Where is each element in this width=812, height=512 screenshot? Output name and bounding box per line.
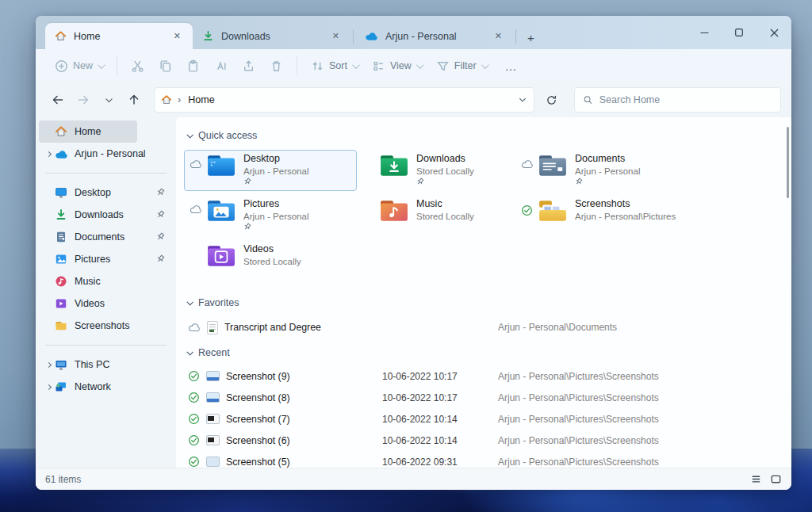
new-tab-button[interactable]: +	[518, 31, 544, 49]
search-icon	[583, 94, 593, 105]
downloads-folder-icon	[380, 155, 408, 177]
pictures-folder-icon	[207, 200, 236, 222]
minimize-button[interactable]	[687, 16, 722, 49]
screenshots-folder-icon	[55, 319, 67, 332]
pin-icon	[156, 188, 165, 197]
tab-home[interactable]: Home ✕	[45, 23, 193, 49]
command-toolbar: New	[36, 49, 791, 82]
synced-status-icon	[188, 392, 200, 403]
sidebar-item-label: Videos	[75, 298, 105, 309]
rename-button[interactable]	[207, 53, 235, 78]
recent-row-screenshot-6[interactable]: Screenshot (6) 10-06-2022 10:14 Arjun - …	[184, 430, 780, 451]
share-button[interactable]	[235, 53, 262, 78]
sidebar-item-videos[interactable]: Videos	[39, 292, 173, 315]
tile-music[interactable]: Music Stored Locally	[357, 195, 515, 236]
download-icon	[202, 30, 214, 42]
sidebar-item-documents[interactable]: Documents	[39, 226, 173, 248]
home-icon	[55, 30, 67, 42]
sidebar-item-this-pc[interactable]: This PC	[39, 353, 173, 376]
delete-button[interactable]	[262, 53, 290, 78]
documents-folder-icon	[538, 155, 567, 177]
search-input[interactable]	[599, 94, 772, 105]
cut-icon	[131, 59, 144, 73]
forward-arrow-icon	[77, 94, 90, 106]
sidebar-item-arjun-personal[interactable]: Arjun - Personal	[39, 143, 173, 165]
item-count: 61 items	[45, 474, 81, 485]
status-bar: 61 items	[36, 468, 791, 490]
breadcrumb-item-home[interactable]: Home	[188, 94, 214, 105]
section-header-recent[interactable]: Recent	[184, 344, 780, 361]
network-icon	[55, 380, 67, 393]
maximize-button[interactable]	[722, 16, 756, 49]
sidebar-item-label: Arjun - Personal	[75, 148, 146, 159]
tab-downloads[interactable]: Downloads ✕	[193, 23, 351, 49]
up-button[interactable]	[122, 88, 146, 112]
tab-close-icon[interactable]: ✕	[328, 29, 343, 43]
recent-locations-button[interactable]	[97, 88, 121, 112]
paste-button[interactable]	[179, 53, 207, 78]
tile-downloads[interactable]: Downloads Stored Locally	[357, 150, 515, 191]
expand-chevron-icon[interactable]	[42, 363, 55, 367]
sidebar-item-label: Pictures	[75, 254, 110, 265]
forward-button[interactable]	[71, 88, 95, 112]
section-header-favorites[interactable]: Favorites	[184, 294, 780, 311]
tile-screenshots[interactable]: Screenshots Arjun - Personal\Pictures	[515, 195, 780, 236]
filter-button[interactable]: Filter	[429, 53, 494, 78]
sidebar-item-network[interactable]: Network	[39, 376, 173, 398]
sidebar-item-screenshots[interactable]: Screenshots	[39, 315, 173, 337]
paste-icon	[186, 59, 200, 73]
sidebar-item-label: Downloads	[75, 209, 124, 220]
sidebar-item-desktop[interactable]: Desktop	[39, 181, 173, 204]
recent-row-screenshot-7[interactable]: Screenshot (7) 10-06-2022 10:14 Arjun - …	[184, 408, 780, 430]
tab-arjun-personal[interactable]: Arjun - Personal ✕	[355, 23, 514, 49]
expand-chevron-icon[interactable]	[42, 385, 55, 389]
details-view-button[interactable]	[750, 473, 762, 485]
pictures-icon	[55, 253, 67, 266]
recent-row-screenshot-9[interactable]: Screenshot (9) 10-06-2022 10:17 Arjun - …	[184, 365, 780, 387]
favorite-row-transcript-and-degree[interactable]: Transcript and Degree Arjun - Personal\D…	[184, 315, 780, 339]
tab-label: Arjun - Personal	[385, 31, 457, 42]
refresh-button[interactable]	[539, 88, 563, 112]
breadcrumb[interactable]: › Home	[154, 87, 534, 113]
view-icon	[372, 59, 385, 73]
screenshots-folder-icon	[538, 200, 567, 222]
sidebar-item-home[interactable]: Home	[39, 120, 137, 143]
sidebar-item-downloads[interactable]: Downloads	[39, 204, 173, 226]
tab-close-icon[interactable]: ✕	[491, 29, 506, 43]
sort-button-label: Sort	[329, 60, 347, 71]
back-button[interactable]	[46, 88, 70, 112]
pin-icon	[156, 210, 165, 219]
view-button[interactable]: View	[365, 53, 429, 78]
status-placeholder	[190, 250, 202, 262]
synced-status-icon	[188, 456, 200, 468]
tile-pictures[interactable]: Pictures Arjun - Personal	[184, 195, 357, 236]
filter-button-label: Filter	[454, 60, 477, 71]
tab-close-icon[interactable]: ✕	[170, 29, 185, 43]
this-pc-icon	[55, 358, 67, 371]
vertical-scrollbar[interactable]	[787, 127, 789, 198]
filter-icon	[436, 59, 450, 73]
file-date: 10-06-2022 10:17	[382, 392, 498, 403]
tile-desktop[interactable]: Desktop Arjun - Personal	[184, 150, 357, 191]
sidebar-item-pictures[interactable]: Pictures	[39, 248, 173, 270]
tile-documents[interactable]: Documents Arjun - Personal	[515, 150, 780, 191]
new-button[interactable]: New	[48, 53, 110, 78]
address-dropdown-icon[interactable]	[518, 95, 527, 105]
close-button[interactable]	[756, 16, 791, 49]
sidebar-item-music[interactable]: Music	[39, 270, 173, 292]
copy-button[interactable]	[151, 53, 179, 78]
large-thumbnails-view-button[interactable]	[770, 473, 782, 485]
sort-button[interactable]: Sort	[304, 53, 365, 78]
cut-button[interactable]	[124, 53, 151, 78]
tab-label: Home	[74, 31, 100, 42]
tile-videos[interactable]: Videos Stored Locally	[184, 240, 357, 281]
recent-row-screenshot-8[interactable]: Screenshot (8) 10-06-2022 10:17 Arjun - …	[184, 387, 780, 408]
recent-row-screenshot-5[interactable]: Screenshot (5) 10-06-2022 09:31 Arjun - …	[184, 451, 780, 468]
close-icon	[770, 29, 779, 37]
see-more-button[interactable]: …	[494, 59, 529, 73]
section-header-quick-access[interactable]: Quick access	[184, 127, 780, 144]
music-folder-icon	[380, 200, 408, 222]
expand-chevron-icon[interactable]	[42, 152, 55, 156]
file-name: Screenshot (8)	[226, 392, 290, 403]
recent-list: Screenshot (9) 10-06-2022 10:17 Arjun - …	[184, 365, 780, 468]
